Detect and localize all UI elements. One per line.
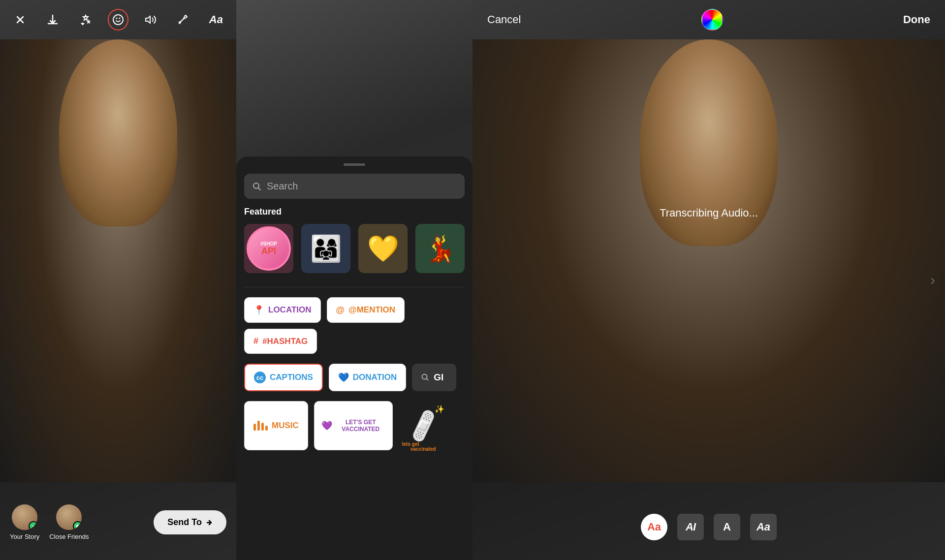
middle-panel: Search Featured #SHOP API 👨‍👩‍👧 💛 💃 bbox=[236, 0, 472, 560]
close-friends-avatar bbox=[56, 504, 82, 530]
donation-button[interactable]: 💙 DONATION bbox=[329, 364, 406, 391]
location-tag-label: LOCATION bbox=[268, 305, 312, 315]
sticker-face-button[interactable] bbox=[108, 9, 128, 31]
done-button[interactable]: Done bbox=[903, 13, 930, 26]
music-label: MUSIC bbox=[272, 421, 299, 431]
hashtag-tag-label: #HASHTAG bbox=[262, 337, 308, 346]
effects-button[interactable] bbox=[75, 9, 96, 31]
tag-row: 📍 LOCATION @ @MENTION # #HASHTAG bbox=[236, 297, 472, 354]
gif-label: GI bbox=[434, 372, 443, 383]
mention-tag-label: @MENTION bbox=[348, 305, 395, 315]
captions-button[interactable]: cc CAPTIONS bbox=[244, 364, 323, 391]
your-story-avatar: + bbox=[12, 504, 37, 530]
toolbar-right: Cancel Done bbox=[472, 0, 945, 39]
toolbar-left: Aa bbox=[0, 0, 236, 39]
sticker-family[interactable]: 👨‍👩‍👧 bbox=[301, 224, 350, 273]
gif-button[interactable]: GI bbox=[412, 364, 456, 391]
transcribing-text: Transcribing Audio... bbox=[660, 207, 758, 219]
your-story-label: Your Story bbox=[10, 533, 39, 540]
story-items: + Your Story Close Friends bbox=[10, 504, 89, 540]
download-button[interactable] bbox=[42, 9, 63, 31]
scroll-hint-icon: › bbox=[930, 272, 935, 288]
svg-marker-4 bbox=[76, 524, 80, 529]
featured-stickers-row: #SHOP API 👨‍👩‍👧 💛 💃 bbox=[244, 224, 465, 273]
vaccinated-label: LET'S GET VACCINATED bbox=[336, 419, 385, 433]
search-bar[interactable]: Search bbox=[244, 174, 465, 199]
send-to-button[interactable]: Send To bbox=[154, 510, 226, 534]
vaccinated-graphic: 🩹 ✨ lets get vaccinated bbox=[400, 403, 446, 449]
text-style-buttons: Aa AI A Aa bbox=[472, 514, 945, 540]
search-placeholder: Search bbox=[267, 181, 457, 192]
svg-marker-3 bbox=[146, 16, 150, 23]
right-person-photo bbox=[472, 39, 945, 482]
divider-1 bbox=[244, 287, 465, 287]
sticker-dance[interactable]: 💃 bbox=[415, 224, 465, 273]
tray-handle bbox=[344, 163, 365, 166]
color-wheel-button[interactable] bbox=[701, 9, 723, 31]
location-pin-icon: 📍 bbox=[253, 305, 264, 315]
your-story-item[interactable]: + Your Story bbox=[10, 504, 39, 540]
add-badge: + bbox=[29, 521, 37, 530]
vaccinated-button[interactable]: 💜 LET'S GET VACCINATED bbox=[314, 401, 393, 450]
heart-icon: 💙 bbox=[338, 372, 349, 383]
location-tag-button[interactable]: 📍 LOCATION bbox=[244, 297, 321, 323]
actions-row: cc CAPTIONS 💙 DONATION GI bbox=[236, 364, 472, 391]
right-panel: Cancel Done Transcribing Audio... › Aa A… bbox=[472, 0, 945, 560]
donation-label: DONATION bbox=[353, 373, 397, 382]
bottom-left-controls: + Your Story Close Friends Send To bbox=[0, 504, 236, 540]
search-gif-icon bbox=[421, 373, 430, 382]
close-friends-item[interactable]: Close Friends bbox=[49, 504, 89, 540]
close-button[interactable] bbox=[10, 9, 31, 31]
search-icon bbox=[252, 182, 262, 191]
sticker-tray: Search Featured #SHOP API 👨‍👩‍👧 💛 💃 bbox=[236, 156, 472, 560]
music-button[interactable]: MUSIC bbox=[244, 401, 308, 450]
close-friends-label: Close Friends bbox=[49, 533, 89, 540]
mention-tag-button[interactable]: @ @MENTION bbox=[327, 297, 405, 323]
heart-purple-icon: 💜 bbox=[321, 420, 332, 431]
left-person-photo bbox=[0, 39, 236, 482]
vaccinated-sticker-graphic[interactable]: 🩹 ✨ lets get vaccinated bbox=[399, 401, 448, 450]
at-icon: @ bbox=[336, 305, 345, 315]
text-style-aa-button[interactable]: Aa bbox=[641, 514, 667, 540]
sticker-shop-api[interactable]: #SHOP API bbox=[244, 224, 293, 273]
draw-button[interactable] bbox=[173, 9, 193, 31]
text-button[interactable]: Aa bbox=[206, 9, 226, 31]
volume-button[interactable] bbox=[140, 9, 161, 31]
svg-point-0 bbox=[113, 15, 123, 25]
text-style-aa2-button[interactable]: Aa bbox=[750, 514, 777, 540]
captions-cc-icon: cc bbox=[254, 372, 266, 383]
featured-title: Featured bbox=[244, 207, 465, 217]
hash-icon: # bbox=[253, 336, 258, 346]
left-panel: Aa + Your Story Close Friends Sen bbox=[0, 0, 236, 560]
music-bars-icon bbox=[253, 421, 268, 431]
hashtag-tag-button[interactable]: # #HASHTAG bbox=[244, 329, 317, 354]
sticker-hearts[interactable]: 💛 bbox=[358, 224, 408, 273]
text-style-a-button[interactable]: A bbox=[714, 514, 740, 540]
featured-section: Featured #SHOP API 👨‍👩‍👧 💛 💃 bbox=[236, 207, 472, 283]
cancel-button[interactable]: Cancel bbox=[487, 13, 521, 26]
captions-label: CAPTIONS bbox=[270, 373, 313, 382]
bottom-stickers-row: MUSIC 💜 LET'S GET VACCINATED 🩹 ✨ lets ge… bbox=[236, 401, 472, 450]
text-style-ai-button[interactable]: AI bbox=[677, 514, 704, 540]
